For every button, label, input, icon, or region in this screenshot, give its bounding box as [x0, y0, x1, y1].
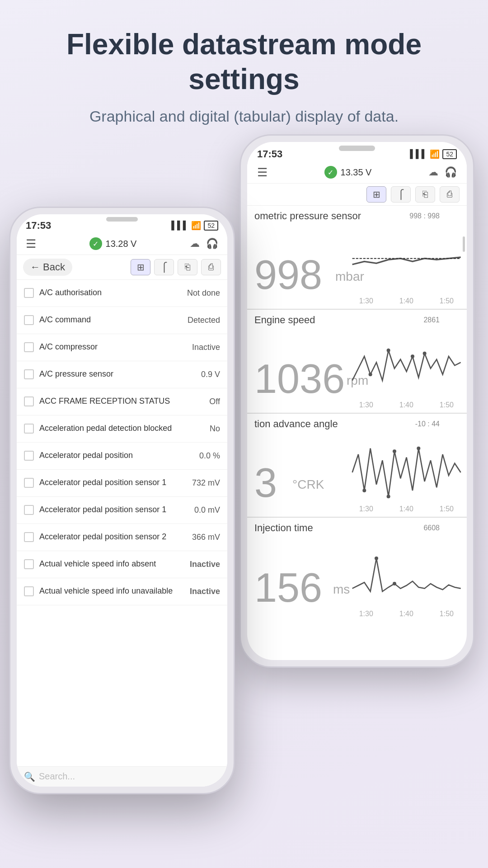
chart-area: ometric pressure sensor 998 : 998 998 mb…	[247, 206, 467, 622]
row-checkbox-5[interactable]	[24, 424, 34, 434]
svg-point-10	[393, 582, 396, 585]
front-signal-icon: ▌▌▌	[171, 221, 188, 230]
row-checkbox-3[interactable]	[24, 369, 34, 379]
row-checkbox-6[interactable]	[24, 451, 34, 461]
back-tab-chart[interactable]: ⎧	[391, 186, 411, 203]
chart-pressure-value: 998	[254, 255, 322, 295]
front-headphone-icon[interactable]: 🎧	[206, 238, 218, 250]
front-tab-chart[interactable]: ⎧	[154, 259, 174, 275]
back-toolbar-icons: ☁ 🎧	[428, 166, 457, 178]
phone-front: 17:53 ▌▌▌ 📶 52 ☰ ✓ 13.28 V ☁ 🎧	[9, 207, 235, 794]
chart-ignition-value: 3	[254, 462, 277, 503]
table-row: ACC FRAME RECEPTION STATUS Off	[17, 388, 227, 415]
front-status-icons: ▌▌▌ 📶 52	[171, 221, 218, 231]
phone-back: 17:53 ▌▌▌ 📶 52 ☰ ✓ 13.35 V ☁ 🎧	[239, 134, 474, 668]
back-cloud-icon[interactable]: ☁	[428, 166, 438, 178]
front-green-check: ✓	[89, 237, 102, 250]
row-value-2: Inactive	[192, 343, 220, 352]
table-row: Actual vehicle speed info unavailable In…	[17, 578, 227, 605]
row-value-11: Inactive	[190, 587, 220, 596]
back-headphone-icon[interactable]: 🎧	[445, 166, 457, 178]
back-tab-export[interactable]: ⎗	[415, 186, 435, 203]
chart-injection-t1: 1:30	[359, 610, 373, 618]
row-label-5: Acceleration pedal detection blocked	[39, 423, 206, 434]
search-bar[interactable]: 🔍 Search...	[17, 766, 227, 787]
back-toolbar: ☰ ✓ 13.35 V ☁ 🎧	[247, 162, 467, 184]
front-tab-export[interactable]: ⎗	[178, 259, 197, 275]
row-checkbox-2[interactable]	[24, 342, 34, 352]
row-value-4: Off	[209, 397, 220, 406]
svg-point-7	[393, 449, 396, 453]
back-hamburger-icon[interactable]: ☰	[257, 165, 267, 179]
front-battery-icon: 52	[204, 221, 218, 231]
row-label-10: Actual vehicle speed info absent	[39, 559, 186, 569]
page-header: Flexible datastream mode settings Graphi…	[0, 0, 488, 134]
chart-ignition-t3: 1:50	[440, 505, 454, 513]
front-voltage-badge: ✓ 13.28 V	[89, 237, 137, 250]
front-cloud-icon[interactable]: ☁	[190, 238, 200, 250]
chart-section-ignition: tion advance angle -10 : 44 3 °CRK 1:30 …	[247, 414, 467, 518]
back-button[interactable]: ← Back	[23, 259, 72, 276]
back-status-time: 17:53	[257, 148, 282, 160]
table-row: Accelerator pedal position sensor 1 0.0 …	[17, 497, 227, 524]
svg-point-1	[368, 373, 372, 376]
chart-section-pressure: ometric pressure sensor 998 : 998 998 mb…	[247, 206, 467, 310]
phones-container: 17:53 ▌▌▌ 📶 52 ☰ ✓ 13.35 V ☁ 🎧	[0, 134, 488, 826]
row-checkbox-4[interactable]	[24, 396, 34, 406]
svg-point-9	[375, 557, 378, 560]
back-tab-print[interactable]: ⎙	[440, 186, 460, 203]
search-icon: 🔍	[24, 771, 35, 782]
row-label-0: A/C authorisation	[39, 288, 183, 298]
wifi-icon: 📶	[430, 149, 440, 159]
chart-engine-t1: 1:30	[359, 401, 373, 409]
row-label-11: Actual vehicle speed info unavailable	[39, 586, 186, 596]
data-list: A/C authorisation Not done A/C command D…	[17, 280, 227, 766]
front-hamburger-icon[interactable]: ☰	[26, 237, 36, 251]
row-label-9: Accelerator pedal position sensor 2	[39, 532, 188, 542]
row-label-1: A/C command	[39, 315, 184, 325]
front-toolbar-icons: ☁ 🎧	[190, 238, 218, 250]
front-voltage-value: 13.28 V	[106, 239, 137, 249]
front-toolbar: ☰ ✓ 13.28 V ☁ 🎧	[17, 233, 227, 255]
table-row: Acceleration pedal detection blocked No	[17, 415, 227, 443]
table-row: A/C authorisation Not done	[17, 280, 227, 307]
row-checkbox-9[interactable]	[24, 532, 34, 542]
row-checkbox-1[interactable]	[24, 315, 34, 325]
table-row: Accelerator pedal position sensor 2 366 …	[17, 524, 227, 551]
row-checkbox-7[interactable]	[24, 478, 34, 488]
table-row: A/C compressor Inactive	[17, 334, 227, 361]
phone-back-screen: 17:53 ▌▌▌ 📶 52 ☰ ✓ 13.35 V ☁ 🎧	[247, 142, 467, 660]
svg-point-3	[411, 354, 414, 358]
row-label-3: A/C pressure sensor	[39, 369, 197, 379]
row-label-6: Accelerator pedal position	[39, 450, 196, 461]
svg-point-4	[422, 351, 426, 355]
phone-back-notch	[339, 146, 375, 151]
phone-front-inner: 17:53 ▌▌▌ 📶 52 ☰ ✓ 13.28 V ☁ 🎧	[17, 214, 227, 787]
front-wifi-icon: 📶	[191, 221, 201, 231]
row-checkbox-10[interactable]	[24, 559, 34, 569]
chart-section-engine: Engine speed 2861 1036 rpm 1:30 1:40	[247, 310, 467, 414]
back-tab-bar: ⊞ ⎧ ⎗ ⎙	[247, 184, 467, 206]
row-checkbox-8[interactable]	[24, 505, 34, 515]
front-tab-print[interactable]: ⎙	[201, 259, 221, 275]
back-tab-grid[interactable]: ⊞	[366, 186, 386, 203]
row-value-3: 0.9 V	[201, 370, 220, 379]
search-placeholder: Search...	[39, 771, 75, 782]
back-status-icons: ▌▌▌ 📶 52	[410, 149, 457, 159]
back-arrow-icon: ←	[30, 261, 40, 273]
signal-icon: ▌▌▌	[410, 149, 427, 159]
chart-pressure-t1: 1:30	[359, 297, 373, 305]
row-checkbox-11[interactable]	[24, 586, 34, 596]
chart-ignition-t1: 1:30	[359, 505, 373, 513]
row-value-9: 366 mV	[192, 533, 220, 542]
row-value-8: 0.0 mV	[194, 505, 220, 515]
page-subtitle: Graphical and digital (tabular) display …	[36, 108, 452, 125]
chart-section-injection: Injection time 6608 156 ms 1:30 1:40 1:5…	[247, 518, 467, 622]
row-checkbox-0[interactable]	[24, 288, 34, 298]
phone-front-notch	[106, 217, 138, 222]
svg-point-2	[386, 349, 390, 352]
chart-injection-t3: 1:50	[440, 610, 454, 618]
chart-ignition-unit: °CRK	[292, 477, 324, 492]
front-tab-grid[interactable]: ⊞	[131, 259, 150, 275]
table-row: Accelerator pedal position sensor 1 732 …	[17, 470, 227, 497]
